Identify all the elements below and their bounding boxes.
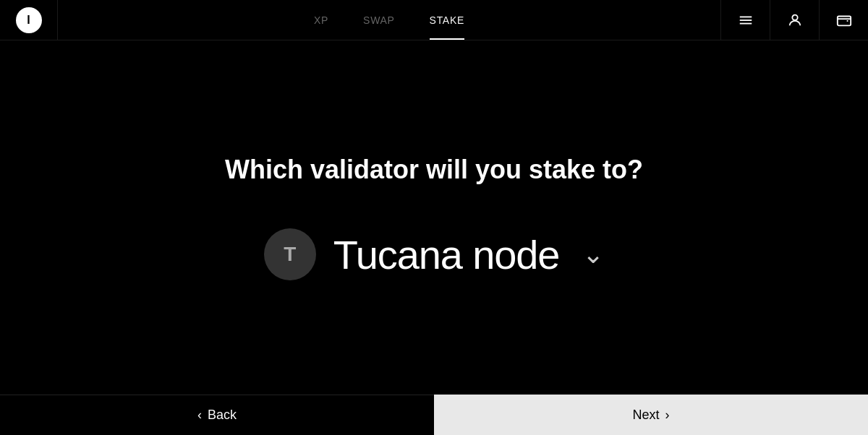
logo-button[interactable]: I [16, 7, 42, 33]
header-actions [720, 0, 868, 40]
wallet-button[interactable] [819, 0, 868, 40]
main-content: Which validator will you stake to? T Tuc… [0, 40, 868, 395]
validator-selector[interactable]: T Tucana node ⌄ [264, 228, 605, 280]
back-button[interactable]: ‹ Back [0, 395, 434, 435]
main-nav: XP SWAP STAKE [58, 0, 720, 40]
question-title: Which validator will you stake to? [225, 155, 643, 185]
nav-item-stake[interactable]: STAKE [430, 0, 464, 40]
menu-button[interactable] [720, 0, 770, 40]
validator-avatar: T [264, 228, 316, 280]
svg-rect-4 [837, 16, 850, 25]
wallet-icon [836, 12, 852, 28]
nav-item-xp[interactable]: XP [314, 0, 328, 40]
logo-area[interactable]: I [0, 0, 58, 40]
profile-button[interactable] [770, 0, 819, 40]
header: I XP SWAP STAKE [0, 0, 868, 40]
back-chevron-icon: ‹ [197, 408, 202, 423]
nav-item-swap[interactable]: SWAP [363, 0, 395, 40]
validator-name: Tucana node [333, 231, 560, 278]
hamburger-icon [738, 12, 754, 28]
next-chevron-icon: › [665, 408, 670, 423]
next-button[interactable]: Next › [434, 395, 868, 435]
back-label: Back [208, 408, 237, 423]
footer: ‹ Back Next › [0, 395, 868, 435]
next-label: Next [632, 408, 659, 423]
svg-point-3 [792, 14, 797, 20]
user-icon [787, 12, 803, 28]
chevron-down-icon: ⌄ [582, 239, 604, 270]
